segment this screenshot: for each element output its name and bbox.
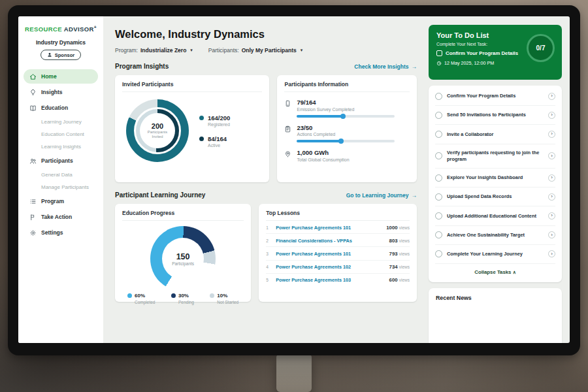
sidebar-item-label: Education (41, 105, 68, 111)
legend-value: 10% (217, 293, 227, 299)
legend-dot-teal (199, 116, 204, 120)
arrow-right-icon: → (412, 63, 417, 70)
lesson-views-label: views (399, 278, 410, 282)
task-checkbox[interactable] (435, 93, 442, 100)
legend-value: 164/200 (208, 114, 230, 122)
lesson-rank: 3 (266, 252, 271, 256)
task-checkbox[interactable] (435, 152, 442, 159)
task-label: Upload Spend Data Records (447, 193, 544, 200)
logo-advisor-text: ADVISOR+ (64, 25, 97, 33)
lightbulb-icon (29, 89, 37, 96)
chevron-right-icon[interactable]: › (548, 231, 555, 238)
participants-filter-dropdown[interactable]: Participants: Only My Participants ▾ (208, 47, 302, 54)
chevron-right-icon[interactable]: › (548, 193, 555, 201)
page-title: Welcome, Industry Dynamics (115, 28, 417, 41)
task-row[interactable]: Explore Your Insights Dashboard › (435, 169, 555, 188)
participants-filter-label: Participants: (208, 47, 239, 54)
task-checkbox[interactable] (435, 174, 442, 182)
legend-dot-blue (127, 293, 132, 298)
sidebar-item-settings[interactable]: Settings (24, 225, 98, 240)
chevron-right-icon[interactable]: › (548, 250, 555, 257)
sidebar-item-program[interactable]: Program (24, 194, 98, 208)
todo-next-task-label: Confirm Your Program Details (446, 50, 518, 56)
task-row[interactable]: Upload Additional Educational Content › (435, 206, 555, 225)
legend-item-completed: 60% Completed (127, 293, 155, 304)
dashboard-screen: RESOURCE ADVISOR+ Industry Dynamics Spon… (18, 16, 570, 343)
lesson-rank: 2 (266, 238, 271, 243)
task-row[interactable]: Confirm Your Program Details › (435, 87, 555, 106)
gear-icon (29, 229, 37, 237)
sidebar-item-insights[interactable]: Insights (24, 85, 98, 99)
sidebar-item-learning-journey[interactable]: Learning Journey (24, 116, 98, 128)
task-row[interactable]: Send 50 Invitations to Participants › (435, 106, 555, 125)
sponsor-badge[interactable]: Sponsor (41, 50, 81, 60)
todo-next-task[interactable]: Confirm Your Program Details (436, 50, 523, 56)
lesson-row: 1 Power Purchase Agreements 101 1000 vie… (266, 221, 410, 234)
sidebar-item-label: Insights (41, 89, 63, 95)
lesson-link[interactable]: Financial Considerations - VPPAs (276, 238, 352, 244)
check-more-insights-link[interactable]: Check More Insights → (354, 63, 417, 70)
task-checkbox[interactable] (435, 193, 442, 201)
task-row[interactable]: Verify participants requesting to join t… (435, 144, 555, 169)
chevron-down-icon: ▾ (301, 48, 303, 53)
sidebar-nav: Home Insights Education Learning Journey… (24, 69, 98, 240)
lesson-row: 2 Financial Considerations - VPPAs 803 v… (266, 234, 410, 247)
task-row[interactable]: Upload Spend Data Records › (435, 188, 555, 206)
filters-row: Program: Industrialize Zero ▾ Participan… (115, 47, 417, 54)
lesson-link[interactable]: Power Purchase Agreements 102 (276, 264, 351, 270)
sidebar-item-learning-insights[interactable]: Learning Insights (24, 140, 98, 153)
clipboard-icon (284, 125, 291, 133)
task-row[interactable]: Complete Your Learning Journey › (435, 245, 555, 264)
education-progress-gauge-chart: 150 Participants (150, 226, 216, 291)
lesson-rank: 4 (266, 265, 271, 269)
task-checkbox[interactable] (436, 50, 442, 56)
legend-item-not-started: 10% Not Started (210, 293, 238, 304)
sidebar-item-take-action[interactable]: Take Action (24, 210, 98, 224)
chevron-right-icon[interactable]: › (548, 112, 555, 119)
program-filter-dropdown[interactable]: Program: Industrialize Zero ▾ (115, 47, 193, 54)
legend-dot-navy (199, 137, 204, 141)
legend-value: 60% (135, 293, 145, 299)
stat-label: Emission Survey Completed (297, 107, 395, 112)
lesson-link[interactable]: Power Purchase Agreements 101 (276, 251, 351, 257)
todo-due-text: 12 May 2025, 12:00 PM (444, 60, 494, 66)
sidebar-item-manage-participants[interactable]: Manage Participants (24, 181, 98, 193)
task-row[interactable]: Invite a Collaborator › (435, 125, 555, 144)
meter-icon (284, 100, 291, 107)
stat-value: 79/164 (297, 99, 395, 106)
lesson-link[interactable]: Power Purchase Agreements 103 (276, 277, 351, 283)
app-logo: RESOURCE ADVISOR+ (24, 25, 98, 33)
chevron-right-icon[interactable]: › (548, 93, 555, 100)
task-checkbox[interactable] (435, 231, 442, 238)
sidebar-item-participants[interactable]: Participants (24, 154, 98, 168)
task-label: Upload Additional Educational Content (447, 213, 544, 220)
task-checkbox[interactable] (435, 131, 442, 138)
collapse-tasks-button[interactable]: Collapse Tasks ∧ (435, 264, 555, 281)
lesson-views-label: views (399, 265, 410, 269)
sidebar-item-education[interactable]: Education (24, 101, 98, 115)
lesson-link[interactable]: Power Purchase Agreements 101 (276, 225, 351, 231)
recent-news-card[interactable]: Recent News (429, 288, 562, 343)
recent-news-title: Recent News (436, 295, 472, 301)
chevron-right-icon[interactable]: › (548, 212, 555, 220)
chevron-right-icon[interactable]: › (548, 174, 555, 182)
logo-advisor-word: ADVISOR (64, 25, 94, 33)
task-checkbox[interactable] (435, 212, 442, 220)
stat-global-consumption: 1,000 GWh Total Global Consumption (284, 149, 410, 162)
main-content: Welcome, Industry Dynamics Program: Indu… (103, 16, 425, 343)
lesson-row: 4 Power Purchase Agreements 102 734 view… (266, 261, 410, 274)
legend-item-pending: 30% Pending (171, 293, 194, 304)
task-checkbox[interactable] (435, 250, 442, 257)
sidebar-item-education-content[interactable]: Education Content (24, 128, 98, 140)
sidebar-item-home[interactable]: Home (24, 69, 98, 84)
chevron-right-icon[interactable]: › (548, 131, 555, 138)
task-row[interactable]: Achieve One Sustainability Target › (435, 226, 555, 245)
task-checkbox[interactable] (435, 112, 442, 119)
chevron-right-icon[interactable]: › (548, 152, 555, 159)
go-to-learning-journey-link[interactable]: Go to Learning Journey → (346, 192, 417, 199)
lesson-views-count: 803 (389, 238, 398, 244)
sidebar-item-label: Settings (41, 229, 63, 236)
learning-journey-header: Participant Learning Journey Go to Learn… (115, 191, 417, 199)
sidebar-item-general-data[interactable]: General Data (24, 169, 98, 181)
lesson-views-count: 600 (389, 277, 398, 283)
